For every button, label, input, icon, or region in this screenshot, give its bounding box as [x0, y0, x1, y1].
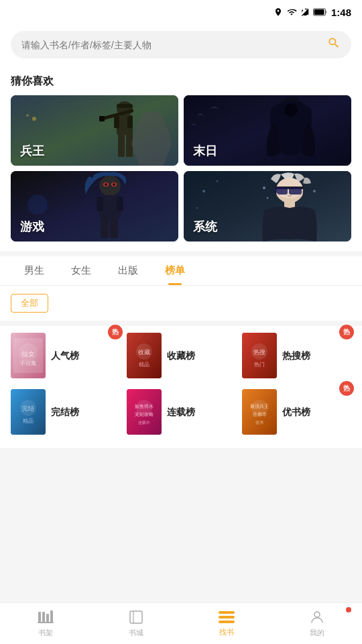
svg-rect-1: [305, 8, 306, 9]
hot-badge-resou: 热: [339, 325, 354, 339]
banner-bingwang-label: 兵王: [20, 143, 44, 159]
svg-point-24: [105, 183, 107, 186]
svg-text:精品: 精品: [23, 418, 34, 424]
rank-cover-lianzai: 如鱼得水 宠妃攻略 连载中: [127, 389, 162, 435]
rank-item-wanjie[interactable]: 完结 精品 完结榜: [11, 389, 120, 435]
svg-rect-30: [110, 218, 118, 238]
banner-bingwang[interactable]: 兵王: [11, 95, 178, 166]
rank-name-lianzai: 连载榜: [167, 406, 195, 418]
find-icon: [218, 610, 235, 625]
search-input-wrap[interactable]: [11, 31, 351, 58]
rank-item-resou[interactable]: 热 热搜: [242, 333, 351, 378]
rank-cover-youshu: 最强兵王 在都市 优书: [242, 389, 277, 435]
svg-point-80: [314, 612, 320, 617]
svg-text:最强兵王: 最强兵王: [250, 404, 269, 409]
nav-bookstore-label: 书城: [129, 628, 143, 638]
banner-xitong[interactable]: 系统: [184, 171, 351, 241]
search-bar: [0, 24, 362, 65]
rank-name-wanjie: 完结榜: [51, 406, 79, 418]
svg-text:热搜: 热搜: [253, 349, 265, 356]
svg-rect-0: [306, 8, 307, 11]
svg-rect-72: [42, 612, 45, 623]
svg-rect-28: [117, 197, 123, 211]
svg-text:收藏: 收藏: [138, 349, 150, 356]
banner-youxi[interactable]: 游戏: [11, 171, 178, 241]
bottom-nav: 书架 书城 找书 我的: [0, 602, 362, 644]
svg-point-39: [267, 197, 269, 199]
svg-text:在都市: 在都市: [253, 412, 267, 417]
tab-publish[interactable]: 出版: [105, 256, 152, 285]
svg-point-25: [113, 183, 115, 186]
signal-blocked-icon: [300, 7, 310, 17]
svg-rect-75: [38, 622, 54, 623]
svg-rect-27: [97, 197, 103, 211]
nav-mine[interactable]: 我的: [272, 603, 362, 644]
svg-rect-77: [219, 611, 235, 614]
nav-find[interactable]: 找书: [181, 603, 272, 644]
guess-title: 猜你喜欢: [0, 65, 362, 95]
hot-badge-youshu: 热: [339, 381, 354, 396]
svg-point-41: [202, 190, 205, 193]
tab-male[interactable]: 男生: [11, 256, 58, 285]
nav-bookstore[interactable]: 书城: [90, 603, 181, 644]
bookstore-icon: [129, 609, 143, 625]
hot-badge-renqi: 热: [108, 325, 123, 339]
tab-rankings[interactable]: 榜单: [152, 256, 198, 285]
svg-text:热门: 热门: [254, 362, 265, 368]
nav-mine-dot: [346, 607, 351, 612]
svg-rect-29: [101, 218, 109, 238]
banner-mori-label: 末日: [193, 143, 217, 159]
nav-bookshelf[interactable]: 书架: [0, 603, 90, 644]
svg-text:精品: 精品: [139, 362, 149, 368]
svg-text:不信魔: 不信魔: [20, 360, 36, 366]
svg-point-15: [26, 114, 29, 117]
svg-rect-10: [118, 133, 125, 157]
svg-point-43: [196, 207, 198, 209]
rankings-grid: 热: [11, 333, 351, 435]
wifi-icon: [286, 7, 297, 17]
svg-rect-73: [46, 614, 49, 623]
svg-text:如鱼得水: 如鱼得水: [135, 404, 154, 409]
search-icon[interactable]: [327, 36, 341, 53]
status-icons: 1:48: [274, 7, 351, 18]
banner-youxi-label: 游戏: [20, 219, 44, 235]
guess-section: 猜你喜欢: [0, 65, 362, 251]
filter-all-tag[interactable]: 全部: [11, 294, 48, 313]
rank-cover-renqi: 仙女 不信魔: [11, 333, 46, 378]
rank-cover-wanjie: 完结 精品: [11, 389, 46, 435]
location-icon: [274, 7, 283, 17]
svg-rect-6: [117, 104, 133, 108]
svg-rect-76: [130, 611, 142, 623]
svg-text:完结: 完结: [22, 405, 34, 412]
filter-section: 全部: [0, 286, 362, 321]
rank-name-renqi: 人气榜: [51, 350, 79, 362]
nav-bookshelf-label: 书架: [38, 628, 53, 638]
nav-find-label: 找书: [219, 627, 234, 637]
tabs-bar: 男生 女生 出版 榜单: [0, 256, 362, 286]
banner-mori[interactable]: 末日: [184, 95, 351, 166]
svg-text:连载中: 连载中: [138, 421, 150, 425]
svg-rect-36: [289, 187, 302, 195]
svg-rect-78: [219, 616, 235, 619]
svg-rect-11: [126, 133, 133, 157]
svg-rect-71: [38, 612, 41, 623]
rank-item-lianzai[interactable]: 如鱼得水 宠妃攻略 连载中 连载榜: [127, 389, 236, 435]
bookshelf-icon: [37, 609, 54, 625]
svg-text:仙女: 仙女: [21, 350, 35, 358]
rank-item-youshu[interactable]: 热 最强兵王: [242, 389, 351, 435]
search-input[interactable]: [21, 40, 322, 50]
svg-point-21: [99, 176, 121, 196]
svg-rect-13: [99, 116, 105, 121]
svg-point-40: [313, 190, 316, 193]
rank-item-renqi[interactable]: 热: [11, 333, 120, 378]
banner-xitong-label: 系统: [193, 219, 217, 235]
banners-grid: 兵王: [0, 95, 362, 251]
rank-item-shoucang[interactable]: 收藏 精品 收藏榜: [127, 333, 236, 378]
svg-rect-8: [114, 116, 119, 128]
svg-text:宠妃攻略: 宠妃攻略: [135, 412, 154, 417]
rank-cover-resou: 热搜 热门: [242, 333, 277, 378]
mine-icon: [309, 609, 325, 625]
rank-name-shoucang: 收藏榜: [167, 350, 195, 362]
tab-female[interactable]: 女生: [58, 256, 105, 285]
svg-point-38: [263, 186, 265, 189]
